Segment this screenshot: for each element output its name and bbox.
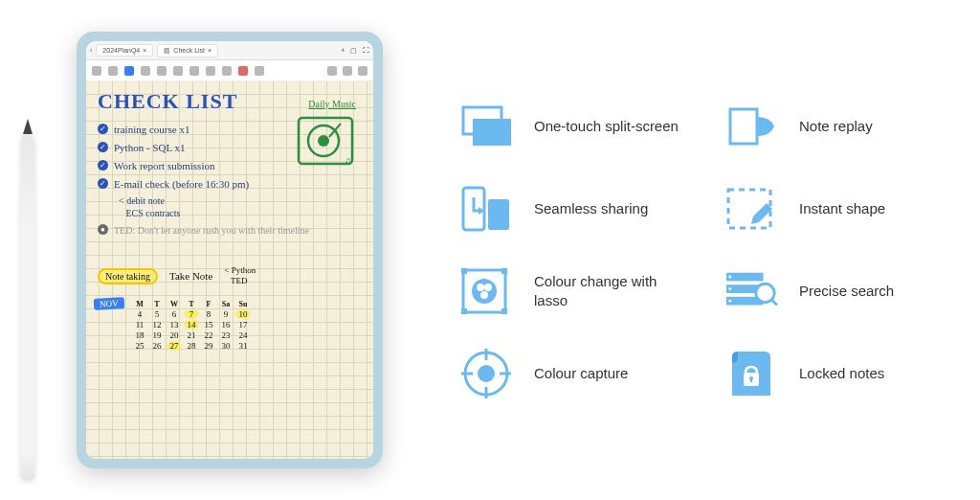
tablet-image: ‹ 2024PlanQ4 × ▥ Check List × + ▢ ⛶ CHEC… — [77, 32, 383, 468]
svg-point-15 — [477, 284, 484, 291]
note-title: CHECK LIST — [98, 89, 237, 114]
product-visual: ‹ 2024PlanQ4 × ▥ Check List × + ▢ ⛶ CHEC… — [0, 0, 402, 500]
svg-rect-7 — [488, 199, 509, 230]
svg-rect-11 — [501, 268, 507, 274]
svg-text:♫: ♫ — [345, 155, 352, 166]
note-taking-row: Note taking Take Note < Python TED — [98, 265, 362, 286]
svg-rect-12 — [461, 308, 467, 314]
feature-seamless-sharing: Seamless sharing — [459, 182, 686, 236]
feature-label: Locked notes — [799, 364, 884, 383]
svg-line-25 — [771, 300, 777, 306]
feature-grid: One-touch split-screen Note replay Seaml… — [402, 52, 980, 448]
feature-instant-shape: Instant shape — [724, 182, 951, 236]
feature-note-replay: Note replay — [724, 100, 951, 153]
svg-point-17 — [480, 291, 488, 299]
app-tab: ▥ Check List × — [157, 44, 218, 57]
colour-capture-icon — [459, 347, 513, 400]
instant-shape-icon — [724, 182, 778, 236]
precise-search-icon — [724, 264, 778, 318]
svg-point-2 — [318, 135, 329, 147]
feature-label: Note replay — [799, 117, 873, 136]
feature-locked-notes: Locked notes — [724, 347, 951, 400]
feature-precise-search: Precise search — [724, 264, 951, 318]
feature-colour-capture: Colour capture — [459, 347, 686, 400]
feature-split-screen: One-touch split-screen — [459, 100, 686, 153]
feature-label: Seamless sharing — [534, 199, 648, 218]
record-player-doodle: ♫ — [295, 114, 356, 168]
colour-lasso-icon — [459, 264, 513, 318]
svg-rect-5 — [473, 119, 511, 146]
svg-rect-10 — [461, 268, 467, 274]
note-replay-icon — [724, 100, 778, 153]
svg-rect-18 — [726, 273, 764, 282]
feature-label: Instant shape — [799, 199, 885, 218]
seamless-sharing-icon — [459, 182, 513, 236]
daily-music-label: Daily Music — [308, 99, 356, 109]
svg-point-22 — [728, 287, 731, 290]
stylus-image — [21, 134, 34, 479]
app-toolbar — [86, 60, 373, 81]
svg-point-27 — [478, 365, 495, 382]
feature-label: Precise search — [799, 282, 894, 301]
back-icon: ‹ — [90, 47, 92, 54]
app-tab-bar: ‹ 2024PlanQ4 × ▥ Check List × + ▢ ⛶ — [86, 41, 373, 60]
feature-label: Colour change with lasso — [534, 272, 686, 311]
feature-label: Colour capture — [534, 364, 628, 383]
svg-point-21 — [728, 276, 731, 279]
split-screen-icon — [459, 100, 513, 153]
svg-rect-34 — [750, 378, 752, 382]
close-icon: × — [143, 47, 146, 54]
feature-colour-lasso: Colour change with lasso — [459, 264, 686, 318]
handwritten-note: CHECK LIST Daily Music ♫ ✓training cours… — [86, 81, 373, 459]
feature-label: One-touch split-screen — [534, 117, 679, 136]
svg-point-23 — [728, 300, 731, 303]
svg-rect-13 — [501, 308, 507, 314]
svg-point-16 — [484, 284, 492, 291]
app-tab: 2024PlanQ4 × — [96, 44, 153, 57]
locked-notes-icon — [724, 347, 778, 400]
calendar-doodle: NOV MTWTFSaSu456789101112131415161718192… — [98, 300, 362, 351]
close-icon: × — [208, 47, 212, 54]
